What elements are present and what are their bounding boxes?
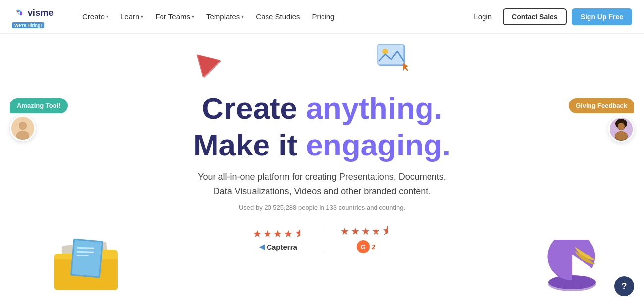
- svg-rect-19: [61, 241, 112, 288]
- nav-item-create[interactable]: Create ▾: [77, 9, 113, 24]
- svg-marker-3: [198, 50, 225, 78]
- capterra-arrow-icon: ◀: [259, 243, 265, 251]
- nav-item-pricing[interactable]: Pricing: [307, 9, 340, 24]
- nav-item-learn[interactable]: Learn ▾: [115, 9, 148, 24]
- svg-point-17: [618, 123, 625, 130]
- svg-marker-2: [196, 49, 223, 78]
- avatar-left: [10, 115, 36, 141]
- svg-point-16: [615, 119, 627, 129]
- svg-point-6: [382, 49, 388, 54]
- hero-title-line1: Create anything.: [193, 92, 451, 125]
- capterra-rating: ★ ★ ★ ★ ⯨ ◀ Capterra: [235, 228, 322, 251]
- svg-rect-21: [70, 239, 103, 278]
- svg-rect-5: [378, 44, 404, 65]
- giving-feedback-bubble: Giving Feedback: [569, 98, 634, 142]
- amazing-tool-label: Amazing Tool!: [10, 98, 68, 113]
- play-icon-decoration: [193, 48, 225, 81]
- svg-marker-7: [403, 63, 408, 71]
- hero-stats: Used by 20,525,288 people in 133 countri…: [239, 204, 405, 211]
- svg-point-0: [13, 7, 25, 19]
- hiring-badge: We're Hiring!: [12, 22, 44, 28]
- title-make: Make it: [193, 128, 306, 162]
- svg-point-12: [17, 131, 29, 140]
- pie-chart-decoration: [540, 240, 604, 301]
- ratings-row: ★ ★ ★ ★ ⯨ ◀ Capterra ★ ★ ★ ★ ⯨ G 2: [235, 225, 410, 253]
- folder-decoration: [50, 235, 129, 301]
- g2-stars: ★ ★ ★ ★ ⯨: [340, 225, 392, 237]
- nav-links: Create ▾ Learn ▾ For Teams ▾ Templates ▾…: [77, 9, 468, 24]
- title-create: Create: [202, 91, 306, 125]
- chevron-down-icon: ▾: [141, 14, 143, 19]
- giving-feedback-label: Giving Feedback: [569, 98, 634, 113]
- image-icon-decoration: [376, 43, 411, 77]
- hero-subtitle: Your all-in-one platform for creating Pr…: [193, 170, 451, 199]
- visme-logo[interactable]: visme: [12, 5, 61, 22]
- svg-rect-20: [62, 242, 110, 285]
- svg-point-11: [19, 122, 26, 129]
- chevron-down-icon: ▾: [106, 14, 108, 19]
- svg-point-26: [548, 277, 596, 291]
- g2-rating: ★ ★ ★ ★ ⯨ G 2: [322, 225, 410, 253]
- capterra-logo: ◀ Capterra: [259, 243, 297, 251]
- login-button[interactable]: Login: [468, 9, 498, 24]
- g2-logo: G 2: [357, 240, 375, 253]
- navbar: visme We're Hiring! Create ▾ Learn ▾ For…: [0, 0, 644, 34]
- hero-heading: Create anything. Make it engaging.: [193, 92, 451, 170]
- svg-point-18: [615, 131, 627, 140]
- svg-line-23: [77, 247, 94, 249]
- svg-point-14: [617, 122, 625, 130]
- svg-rect-22: [72, 240, 102, 276]
- signup-button[interactable]: Sign Up Free: [572, 8, 632, 25]
- help-button[interactable]: ?: [614, 276, 634, 296]
- svg-point-9: [19, 122, 27, 130]
- title-engaging: engaging.: [306, 128, 451, 162]
- capterra-stars: ★ ★ ★ ★ ⯨: [253, 228, 304, 240]
- svg-line-25: [76, 255, 88, 256]
- hero-section: Amazing Tool! Giving Feedback: [0, 34, 644, 306]
- hero-title-line2: Make it engaging.: [193, 128, 451, 162]
- nav-item-for-teams[interactable]: For Teams ▾: [150, 9, 199, 24]
- nav-right: Login Contact Sales Sign Up Free: [468, 8, 632, 25]
- svg-text:visme: visme: [28, 7, 54, 18]
- nav-item-templates[interactable]: Templates ▾: [201, 9, 249, 24]
- svg-line-24: [77, 251, 94, 253]
- chevron-down-icon: ▾: [192, 14, 194, 19]
- svg-point-15: [615, 131, 628, 141]
- nav-item-case-studies[interactable]: Case Studies: [251, 9, 305, 24]
- logo-area: visme We're Hiring!: [12, 5, 61, 28]
- svg-point-10: [16, 131, 29, 140]
- svg-rect-4: [379, 45, 405, 66]
- avatar-right: [608, 116, 634, 142]
- svg-point-8: [11, 117, 34, 140]
- amazing-tool-bubble: Amazing Tool!: [10, 98, 68, 141]
- svg-point-13: [610, 118, 633, 141]
- title-anything: anything.: [306, 91, 442, 125]
- contact-sales-button[interactable]: Contact Sales: [503, 8, 567, 25]
- svg-point-27: [548, 275, 596, 289]
- chevron-down-icon: ▾: [241, 14, 244, 19]
- g2-circle-icon: G: [357, 240, 370, 253]
